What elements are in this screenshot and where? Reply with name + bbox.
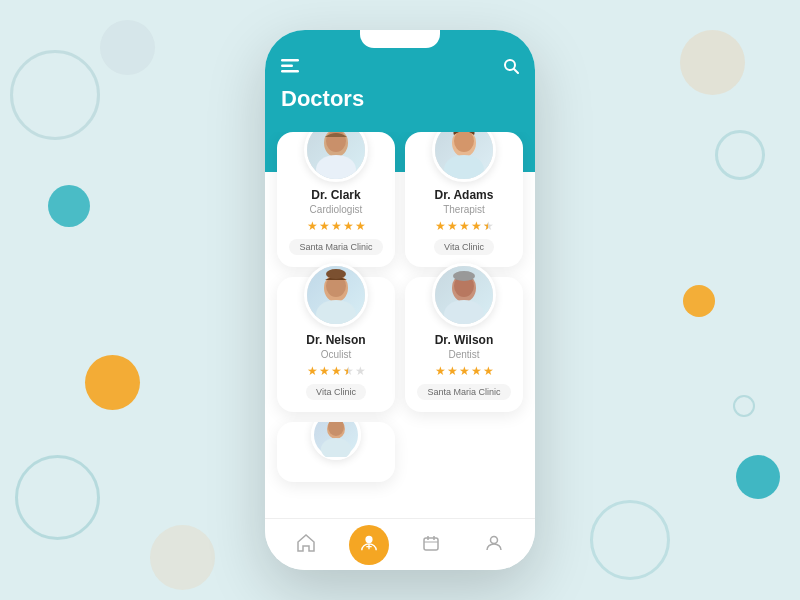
search-icon[interactable]: [503, 58, 519, 78]
doctor-specialty-clark: Cardiologist: [310, 204, 363, 215]
avatar-clark: [304, 132, 368, 182]
bg-circle-7: [715, 130, 765, 180]
bottom-nav: [265, 518, 535, 570]
clinic-adams: Vita Clinic: [434, 239, 494, 255]
header-top-bar: [281, 58, 519, 78]
bg-circle-10: [736, 455, 780, 499]
clinic-wilson: Santa Maria Clinic: [417, 384, 510, 400]
doctor-name-clark: Dr. Clark: [311, 188, 360, 202]
doctors-icon: [360, 534, 378, 556]
app-container: Doctors: [265, 30, 535, 570]
bg-circle-1: [10, 50, 100, 140]
phone-frame: Doctors: [265, 30, 535, 570]
nav-doctors[interactable]: [349, 525, 389, 565]
bg-circle-6: [680, 30, 745, 95]
doctor-card-adams[interactable]: Dr. Adams Therapist ★ ★ ★ ★ ★ ★: [405, 132, 523, 267]
doctor-card-clark[interactable]: Dr. Clark Cardiologist ★ ★ ★ ★ ★ Santa M…: [277, 132, 395, 267]
bg-circle-9: [733, 395, 755, 417]
doctor-name-nelson: Dr. Nelson: [306, 333, 365, 347]
svg-rect-0: [281, 59, 299, 62]
doctors-grid: Dr. Clark Cardiologist ★ ★ ★ ★ ★ Santa M…: [277, 132, 523, 482]
doctor-name-wilson: Dr. Wilson: [435, 333, 494, 347]
avatar-partial: [311, 422, 361, 460]
bg-circle-3: [48, 185, 90, 227]
bg-circle-2: [100, 20, 155, 75]
svg-point-30: [490, 536, 497, 543]
doctor-card-partial-left[interactable]: [277, 422, 395, 482]
avatar-wilson: [432, 263, 496, 327]
doctors-list[interactable]: Dr. Clark Cardiologist ★ ★ ★ ★ ★ Santa M…: [265, 132, 535, 518]
doctor-specialty-adams: Therapist: [443, 204, 485, 215]
svg-point-9: [444, 155, 484, 179]
doctor-specialty-nelson: Oculist: [321, 349, 352, 360]
home-icon: [297, 534, 315, 556]
svg-point-19: [453, 271, 475, 281]
svg-point-23: [365, 535, 372, 542]
svg-line-4: [514, 69, 518, 73]
doctor-card-wilson[interactable]: Dr. Wilson Dentist ★ ★ ★ ★ ★ Santa Maria…: [405, 277, 523, 412]
spacer: [405, 422, 523, 430]
phone-body: Doctors: [265, 30, 535, 570]
svg-point-6: [316, 155, 356, 179]
svg-rect-26: [424, 538, 438, 550]
svg-point-21: [321, 438, 351, 457]
bg-circle-5: [15, 455, 100, 540]
phone-notch: [360, 30, 440, 48]
doctor-name-adams: Dr. Adams: [435, 188, 494, 202]
avatar-nelson: [304, 263, 368, 327]
bg-circle-12: [150, 525, 215, 590]
stars-wilson: ★ ★ ★ ★ ★: [435, 364, 494, 378]
svg-rect-2: [281, 70, 299, 73]
nav-home[interactable]: [286, 525, 326, 565]
avatar-adams: [432, 132, 496, 182]
clinic-nelson: Vita Clinic: [306, 384, 366, 400]
doctor-card-nelson[interactable]: Dr. Nelson Oculist ★ ★ ★ ★ ★ ★ V: [277, 277, 395, 412]
stars-clark: ★ ★ ★ ★ ★: [307, 219, 366, 233]
bg-circle-11: [590, 500, 670, 580]
stars-adams: ★ ★ ★ ★ ★ ★: [435, 219, 494, 233]
clinic-clark: Santa Maria Clinic: [289, 239, 382, 255]
svg-point-17: [444, 300, 484, 324]
menu-icon[interactable]: [281, 59, 299, 77]
nav-calendar[interactable]: [411, 525, 451, 565]
bg-circle-4: [85, 355, 140, 410]
calendar-icon: [423, 535, 439, 555]
page-title: Doctors: [281, 86, 519, 112]
svg-point-15: [326, 269, 346, 279]
stars-nelson: ★ ★ ★ ★ ★ ★: [307, 364, 366, 378]
profile-icon: [486, 535, 502, 555]
bg-circle-8: [683, 285, 715, 317]
doctor-specialty-wilson: Dentist: [448, 349, 479, 360]
nav-profile[interactable]: [474, 525, 514, 565]
svg-rect-1: [281, 65, 293, 68]
svg-point-13: [316, 300, 356, 324]
